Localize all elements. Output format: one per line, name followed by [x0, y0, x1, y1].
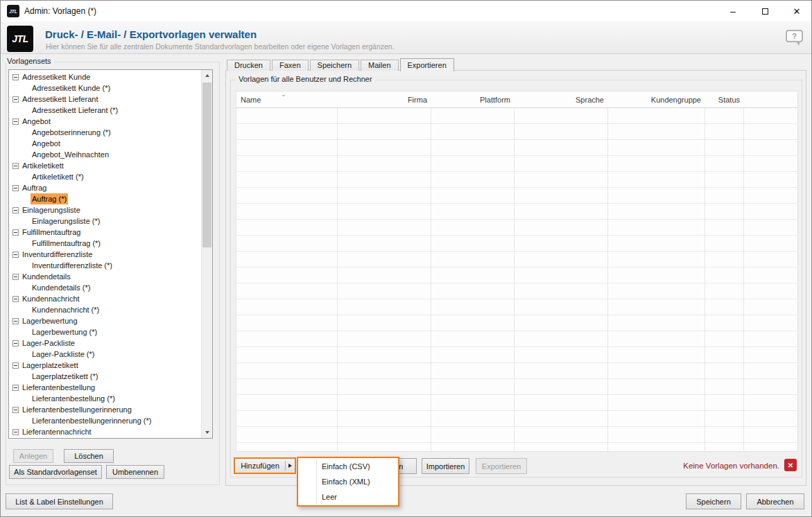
tree-item[interactable]: Lager-Packliste (*) [9, 349, 212, 360]
collapse-icon[interactable] [12, 274, 19, 280]
tree-item[interactable]: Adressetikett Lieferant [9, 94, 212, 105]
column-header-kundengruppe[interactable]: Kundengruppe [607, 91, 705, 107]
tree-item[interactable]: Kundennachricht [9, 293, 212, 304]
tree-item-label: Inventurdifferenzliste (*) [32, 260, 112, 271]
scroll-down-icon[interactable] [202, 427, 213, 438]
collapse-icon[interactable] [12, 96, 19, 103]
column-header-sprache[interactable]: Sprache [514, 91, 607, 107]
titlebar: JTL Admin: Vorlagen (*) – ✕ [1, 1, 811, 21]
list-label-button[interactable]: List & Label Einstellungen [6, 493, 113, 509]
collapse-icon[interactable] [12, 163, 19, 169]
tree-scrollbar-thumb[interactable] [202, 82, 211, 247]
tree-item[interactable]: Lieferantennachricht [9, 426, 212, 437]
tree-item[interactable]: Artikeletikett [9, 160, 212, 171]
tree-item[interactable]: Fulfillmentauftrag (*) [9, 238, 212, 249]
tree-item[interactable]: Einlagerungsliste (*) [9, 216, 212, 227]
header-title: Druck- / E-Mail- / Exportvorlagen verwal… [45, 28, 257, 40]
tree-item[interactable]: Adressetikett Kunde (*) [9, 82, 212, 94]
sidebar-loeschen-button[interactable]: Löschen [64, 449, 114, 463]
tab-faxen[interactable]: Faxen [272, 60, 309, 71]
tree-item-label: Lagerbewertung (*) [32, 326, 97, 338]
tree-item-label: Fulfillmentauftrag (*) [32, 238, 101, 249]
hinzufuegen-label: Hinzufügen [235, 462, 285, 470]
abbrechen-button[interactable]: Abbrechen [746, 493, 804, 509]
minimize-button[interactable]: – [717, 1, 749, 21]
column-header-plattform[interactable]: Plattform [431, 91, 514, 107]
tree-item[interactable]: Lagerbewertung (*) [9, 326, 212, 338]
collapse-icon[interactable] [12, 318, 19, 324]
vorlagensets-tree[interactable]: Adressetikett KundeAdressetikett Kunde (… [8, 69, 213, 439]
tree-item[interactable]: Angebot [9, 138, 212, 149]
hinzufuegen-button[interactable]: Hinzufügen [234, 457, 296, 474]
tree-item[interactable]: Artikeletikett (*) [9, 171, 212, 182]
collapse-icon[interactable] [12, 362, 19, 369]
menu-item[interactable]: Leer [298, 489, 398, 505]
tree-item-label: Lagerplatzetikett (*) [32, 371, 98, 382]
menu-item[interactable]: Einfach (CSV) [298, 459, 398, 474]
help-bubble: ? [786, 30, 803, 42]
collapse-icon[interactable] [12, 340, 19, 347]
column-header-firma[interactable]: Firma [337, 91, 431, 107]
tree-item-label: Lieferantennachricht [22, 426, 92, 437]
collapse-icon[interactable] [12, 385, 19, 391]
tree-item[interactable]: Inventurdifferenzliste [9, 249, 212, 260]
tree-item[interactable]: Lieferantenbestellung [9, 382, 212, 393]
tab-mailen[interactable]: Mailen [361, 60, 398, 71]
table-body[interactable] [236, 108, 797, 451]
anlegen-button: Anlegen [13, 449, 53, 463]
collapse-icon[interactable] [12, 296, 19, 302]
tree-item[interactable]: Lieferantenbestellungerinnerung [9, 404, 212, 415]
collapse-icon[interactable] [12, 185, 19, 191]
tree-item[interactable]: Lieferantenbestellungerinnerung (*) [9, 415, 212, 426]
tree-item[interactable]: Kundendetails [9, 271, 212, 282]
umbenennen-button[interactable]: Umbenennen [106, 465, 164, 479]
collapse-icon[interactable] [12, 429, 19, 435]
tree-item[interactable]: Auftrag (*) [9, 193, 212, 204]
collapse-icon[interactable] [12, 407, 19, 413]
tab-speichern[interactable]: Speichern [310, 60, 360, 71]
column-header-label: Kundengruppe [651, 96, 701, 104]
speichern-button[interactable]: Speichern [686, 493, 741, 509]
menu-item[interactable]: Einfach (XML) [298, 474, 398, 489]
tree-item[interactable]: Lagerplatzetikett (*) [9, 371, 212, 382]
tree-item[interactable]: Angebot [9, 116, 212, 127]
content-group-label: Vorlagen für alle Benutzer und Rechner [236, 75, 375, 83]
collapse-icon[interactable] [12, 207, 19, 213]
maximize-button[interactable] [749, 1, 781, 21]
help-icon[interactable]: ? [786, 30, 805, 47]
tree-item[interactable]: Lager-Packliste [9, 338, 212, 349]
close-button[interactable]: ✕ [781, 1, 812, 21]
collapse-icon[interactable] [12, 252, 19, 258]
dropdown-arrow-icon[interactable] [286, 464, 295, 468]
tab-drucken[interactable]: Drucken [227, 60, 270, 71]
sort-icon[interactable]: ⌄ [281, 91, 286, 98]
tree-item[interactable]: Inventurdifferenzliste (*) [9, 260, 212, 271]
collapse-icon[interactable] [12, 229, 19, 236]
scroll-up-icon[interactable] [202, 70, 213, 81]
column-header-status[interactable]: Status [705, 91, 743, 107]
importieren-button[interactable]: Importieren [422, 458, 469, 474]
tree-item[interactable]: Fulfillmentauftrag [9, 227, 212, 238]
tree-item[interactable]: Angebot_Weihnachten [9, 149, 212, 160]
tree-item[interactable]: Angebotserinnerung (*) [9, 127, 212, 138]
tree-item[interactable]: Lagerbewertung [9, 315, 212, 326]
tree-item-label: Adressetikett Kunde (*) [32, 82, 110, 94]
context-menu[interactable]: Einfach (CSV)Einfach (XML)Leer [297, 457, 399, 507]
tree-scrollbar[interactable] [201, 70, 212, 438]
tree-item[interactable]: Einlagerungsliste [9, 204, 212, 216]
tree-item-label: Angebotserinnerung (*) [32, 127, 111, 138]
tree-item[interactable]: Kundendetails (*) [9, 282, 212, 293]
tree-item[interactable]: Adressetikett Kunde [9, 71, 212, 82]
tree-item-label: Angebot_Weihnachten [32, 149, 109, 160]
tree-item[interactable]: Lagerplatzetikett [9, 360, 212, 371]
tree-item[interactable]: Kundennachricht (*) [9, 304, 212, 315]
tree-item[interactable]: Auftrag [9, 182, 212, 193]
column-header-name[interactable]: Name⌄ [236, 91, 337, 107]
collapse-icon[interactable] [12, 74, 19, 80]
tree-item[interactable]: Lieferantenbestellung (*) [9, 393, 212, 404]
collapse-icon[interactable] [12, 119, 19, 125]
als-standard-button[interactable]: Als Standardvorlagenset [9, 465, 102, 479]
tree-item[interactable]: Adressetikett Lieferant (*) [9, 105, 212, 116]
tab-exportieren[interactable]: Exportieren [400, 58, 454, 71]
templates-table[interactable]: Name⌄FirmaPlattformSpracheKundengruppeSt… [236, 91, 798, 452]
